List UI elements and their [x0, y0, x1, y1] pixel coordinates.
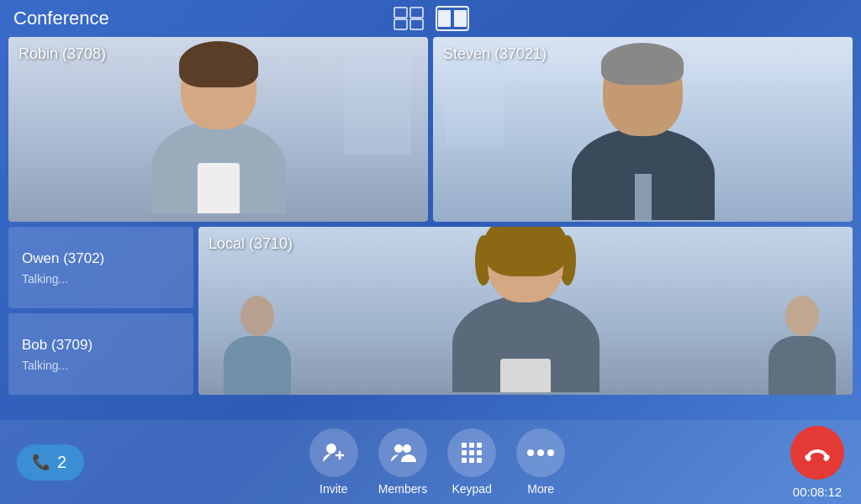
local-name: Local (3710): [209, 235, 293, 253]
view-controls: [392, 6, 469, 31]
call-duration: 00:08:12: [793, 485, 842, 499]
invite-button[interactable]: Invite: [309, 428, 358, 496]
grid-view-button[interactable]: [392, 6, 425, 31]
bob-status: Talking...: [22, 359, 180, 372]
calls-count: 2: [57, 453, 66, 472]
more-button[interactable]: More: [516, 428, 565, 496]
svg-point-9: [394, 444, 403, 453]
app-title: Conference: [13, 8, 109, 29]
robin-person: [8, 37, 428, 222]
svg-rect-14: [477, 443, 482, 448]
invite-label: Invite: [320, 482, 347, 496]
svg-rect-18: [462, 458, 467, 463]
svg-rect-12: [462, 443, 467, 448]
svg-point-21: [527, 449, 534, 456]
main-content: Robin (3708) Steven (37021): [0, 37, 861, 420]
svg-point-10: [403, 444, 411, 453]
more-icon-circle: [516, 428, 565, 477]
local-video-tile: Local (3710): [198, 227, 853, 395]
toolbar: 📞 2 Invite: [0, 420, 861, 504]
keypad-button[interactable]: Keypad: [447, 428, 496, 496]
svg-point-6: [326, 444, 336, 454]
svg-rect-1: [410, 8, 423, 18]
svg-rect-3: [410, 19, 423, 29]
svg-rect-0: [394, 8, 407, 18]
keypad-label: Keypad: [452, 482, 491, 496]
more-label: More: [527, 482, 554, 496]
svg-rect-2: [394, 19, 407, 29]
calls-badge[interactable]: 📞 2: [17, 444, 84, 480]
end-call-button[interactable]: [790, 426, 844, 480]
steven-video-tile: Steven (37021): [433, 37, 853, 222]
owen-status: Talking...: [22, 272, 180, 286]
bottom-row: Owen (3702) Talking... Bob (3709) Talkin…: [8, 227, 853, 395]
invite-icon-circle: [309, 428, 358, 477]
bob-name: Bob (3709): [22, 337, 180, 354]
end-call-section: 00:08:12: [790, 426, 844, 499]
steven-person: [433, 37, 853, 222]
header: Conference: [0, 0, 861, 37]
members-label: Members: [378, 482, 427, 496]
keypad-icon-circle: [447, 428, 496, 477]
svg-rect-17: [477, 450, 482, 455]
owen-name: Owen (3702): [22, 250, 180, 267]
list-tiles: Owen (3702) Talking... Bob (3709) Talkin…: [8, 227, 193, 395]
bob-list-tile: Bob (3709) Talking...: [8, 313, 193, 395]
svg-rect-16: [469, 450, 474, 455]
local-person: [198, 227, 853, 395]
svg-rect-19: [469, 458, 474, 463]
owen-list-tile: Owen (3702) Talking...: [8, 227, 193, 308]
svg-point-22: [537, 449, 544, 456]
svg-rect-4: [438, 10, 451, 27]
svg-rect-5: [454, 10, 467, 27]
svg-point-23: [547, 449, 554, 456]
svg-rect-15: [462, 450, 467, 455]
members-icon-circle: [378, 428, 427, 477]
members-button[interactable]: Members: [378, 428, 427, 496]
robin-video-tile: Robin (3708): [8, 37, 428, 222]
toolbar-actions: Invite Members: [84, 428, 790, 496]
robin-name: Robin (3708): [18, 45, 106, 63]
svg-rect-11: [404, 454, 405, 456]
steven-name: Steven (37021): [443, 45, 547, 63]
top-video-row: Robin (3708) Steven (37021): [8, 37, 853, 222]
svg-rect-13: [469, 443, 474, 448]
phone-icon: 📞: [32, 453, 50, 471]
split-view-button[interactable]: [436, 6, 469, 31]
svg-rect-20: [477, 458, 482, 463]
